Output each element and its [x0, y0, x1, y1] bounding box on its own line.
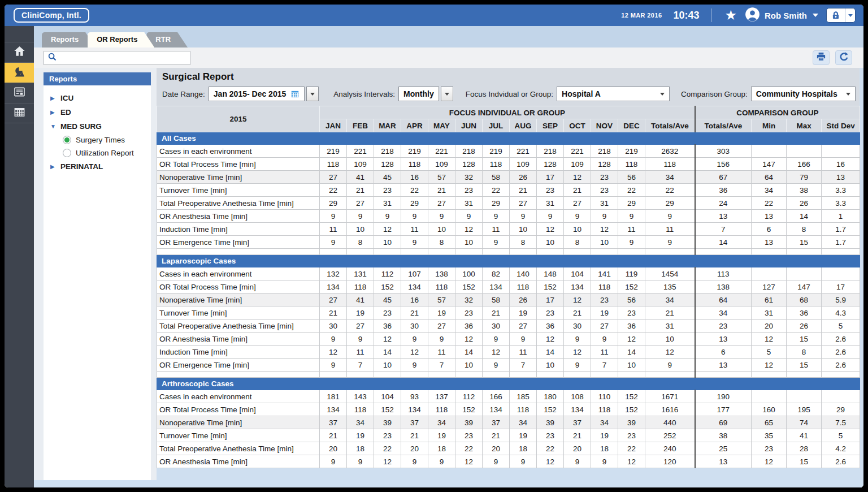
cell: 118 [428, 403, 455, 416]
spacer-cell [564, 249, 591, 255]
cell: 37 [320, 416, 347, 429]
date-range-dropdown-button[interactable] [306, 87, 319, 101]
sidebar-item-icu[interactable]: ▶ ICU [50, 91, 151, 105]
cell: 12 [455, 223, 483, 236]
cell: 110 [591, 390, 618, 403]
cell: 19 [510, 429, 537, 442]
col-header-mar: MAR [374, 119, 401, 132]
cell: 9 [510, 210, 537, 223]
cell: 9 [591, 333, 618, 346]
cell: 10 [591, 236, 618, 249]
rail-forms-button[interactable] [5, 83, 34, 103]
spacer-cell [645, 249, 695, 255]
spacer-cell [483, 249, 510, 255]
lock-dropdown[interactable] [845, 8, 855, 22]
rail-reports-button[interactable] [5, 62, 34, 83]
cell-comparison: 24 [695, 197, 752, 210]
radio-selected-icon[interactable] [63, 136, 71, 144]
col-header-comp-totals-ave: Totals/Ave [695, 119, 752, 132]
sidebar-item-med-surg[interactable]: ▼ MED SURG [50, 119, 151, 133]
cell: 23 [591, 171, 618, 184]
cell-comparison: 4.3 [822, 307, 860, 320]
cell-comparison: 25 [695, 442, 752, 455]
rail-grid-button[interactable] [5, 103, 34, 123]
cell-comparison: 15 [787, 236, 822, 249]
cell: 29 [618, 197, 645, 210]
cell: 134 [401, 403, 428, 416]
tab-reports[interactable]: Reports [42, 32, 96, 48]
table-row: OR Total Process Time [min]1181091281181… [157, 158, 860, 171]
cell: 10 [537, 236, 564, 249]
spacer-cell [510, 249, 537, 255]
cell: 19 [591, 307, 618, 320]
lock-button[interactable] [826, 8, 856, 23]
cell: 107 [401, 267, 428, 280]
cell: 22 [401, 184, 428, 197]
cell: 36 [618, 320, 645, 333]
calendar-icon [290, 90, 300, 98]
sidebar-item-surgery-times[interactable]: Surgery Times [50, 133, 151, 146]
cell-comparison: 13 [752, 236, 787, 249]
search-input[interactable] [60, 53, 186, 63]
cell: 23 [618, 429, 645, 442]
cell: 18 [347, 442, 374, 455]
cell: 9 [618, 236, 645, 249]
analysis-intervals-select[interactable]: Monthly [398, 87, 439, 101]
cell: 22 [374, 442, 401, 455]
cell: 141 [591, 267, 618, 280]
surgical-report-table: 2015FOCUS INDIVIDUAL OR GROUPCOMPARISON … [157, 106, 860, 468]
search-box[interactable] [44, 51, 190, 65]
cell-focus-total: 12 [645, 346, 695, 359]
cell: 19 [591, 429, 618, 442]
cell: 118 [618, 158, 645, 171]
sidebar-item-perinatal[interactable]: ▶ PERINATAL [50, 159, 151, 174]
comparison-group-select[interactable]: Community Hospitals [751, 87, 856, 101]
chevron-right-icon: ▶ [50, 95, 56, 101]
tab-or-reports[interactable]: OR Reports [88, 32, 154, 48]
sidebar-item-utilization-report[interactable]: Utilization Report [50, 146, 151, 159]
spacer-cell [752, 249, 787, 255]
cell: 7 [510, 359, 537, 372]
analysis-intervals-dropdown-button[interactable] [441, 87, 453, 101]
grid-icon [13, 106, 26, 121]
cell: 12 [374, 455, 401, 468]
cell-comparison: 67 [695, 171, 752, 184]
table-row: OR Anesthesia Time [min]9912991299129912… [157, 333, 860, 346]
spacer-cell [787, 249, 822, 255]
cell-comparison: 6 [752, 223, 787, 236]
col-header-comp-min: Min [752, 119, 787, 132]
spacer-row [157, 249, 860, 255]
refresh-button[interactable] [835, 50, 852, 65]
spacer-cell [537, 249, 564, 255]
report-panel: Surgical Report Date Range: Jan 2015- De… [157, 68, 863, 480]
cell: 134 [564, 403, 591, 416]
cell: 221 [564, 145, 591, 158]
cell: 221 [510, 145, 537, 158]
cell: 9 [428, 333, 455, 346]
top-bar: CliniComp, Intl. 12 MAR 2016 10:43 ★ [5, 5, 863, 26]
row-label: OR Emergence Time [min] [157, 359, 320, 372]
cell-comparison: 68 [787, 294, 822, 307]
cell-comparison: 7 [695, 223, 752, 236]
cell: 14 [618, 346, 645, 359]
cell: 11 [347, 346, 374, 359]
cell: 30 [564, 320, 591, 333]
cell: 17 [537, 171, 564, 184]
spacer-cell [822, 249, 860, 255]
user-menu[interactable]: Rob Smith [745, 7, 818, 24]
cell: 108 [564, 390, 591, 403]
radio-unselected-icon[interactable] [63, 149, 71, 157]
cell: 10 [510, 223, 537, 236]
col-header-apr: APR [401, 119, 428, 132]
star-icon[interactable]: ★ [724, 8, 737, 22]
spacer-cell [428, 372, 455, 378]
rail-home-button[interactable] [5, 42, 34, 62]
date-range-select[interactable]: Jan 2015- Dec 2015 [209, 87, 305, 101]
cell: 9 [564, 333, 591, 346]
cell-comparison: 2.6 [822, 455, 860, 468]
cell-focus-total: 240 [645, 442, 695, 455]
focus-group-select[interactable]: Hospital A [557, 87, 670, 101]
cell-focus-total: 440 [645, 416, 695, 429]
sidebar-item-ed[interactable]: ▶ ED [50, 105, 151, 119]
print-button[interactable] [813, 50, 830, 65]
